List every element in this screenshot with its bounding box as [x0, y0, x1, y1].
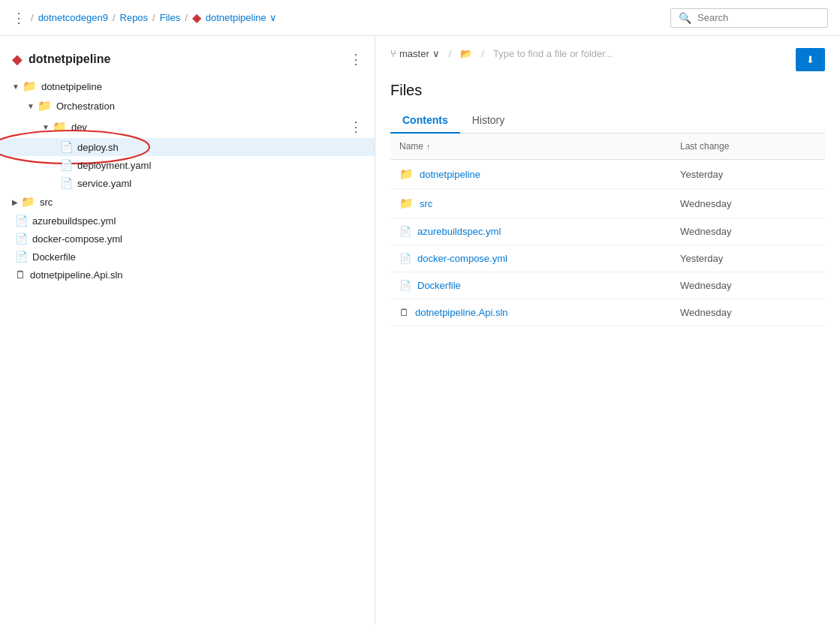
file-table: Name ↑ Last change 📁 dotnetpipeline	[390, 134, 825, 326]
sidebar-repo-info: ◆ dotnetpipeline	[12, 51, 110, 68]
last-change: Yesterday	[671, 245, 825, 272]
file-icon: 📄	[15, 251, 28, 263]
folder-icon: 📁	[399, 197, 414, 210]
sidebar-item-label: dev	[71, 122, 87, 133]
tab-contents[interactable]: Contents	[390, 108, 460, 134]
sidebar-item-api-sln[interactable]: 🗒 dotnetpipeline.Api.sln	[0, 266, 375, 284]
search-box[interactable]: 🔍	[670, 8, 828, 28]
last-change: Yesterday	[671, 160, 825, 189]
sidebar-item-azurebuildspec[interactable]: 📄 azurebuildspec.yml	[0, 212, 375, 230]
search-input[interactable]	[697, 12, 820, 23]
main-layout: ◆ dotnetpipeline ⋮ ▼ 📁 dotnetpipeline ▼ …	[0, 36, 840, 625]
branch-bar: ⑂ master ∨ / 📂 / Type to find a file or …	[390, 48, 613, 59]
files-heading: Files	[390, 82, 825, 99]
folder-icon: 📁	[38, 99, 52, 113]
file-icon: 📄	[15, 233, 28, 245]
file-icon: 📄	[60, 177, 73, 189]
sep4: /	[185, 12, 188, 23]
tabs: Contents History	[390, 108, 825, 134]
table-row[interactable]: 📄 Dockerfile Wednesday	[390, 272, 825, 299]
file-icon: 📄	[399, 280, 411, 291]
path-input-placeholder[interactable]: Type to find a file or folder...	[493, 48, 613, 59]
file-name: dotnetpipeline	[420, 169, 480, 180]
file-name: src	[420, 198, 432, 209]
dev-more-button[interactable]: ⋮	[349, 119, 363, 135]
branch-name: master	[399, 48, 429, 59]
breadcrumb: ⋮ / dotnetcodegen9 / Repos / Files / ◆ d…	[12, 10, 277, 26]
branch-icon: ⑂	[390, 48, 396, 59]
folder-icon: 📁	[399, 167, 414, 181]
sidebar-item-label: Orchestration	[56, 101, 115, 112]
search-icon: 🔍	[679, 12, 691, 24]
chevron-down-icon[interactable]: ▼	[27, 102, 35, 110]
sep3: /	[152, 12, 155, 23]
breadcrumb-dropdown-arrow: ∨	[269, 12, 277, 23]
file-icon: 📄	[60, 141, 73, 153]
clone-icon: ⬇	[806, 54, 814, 65]
branch-dropdown-arrow: ∨	[432, 48, 440, 59]
sidebar-item-orchestration[interactable]: ▼ 📁 Orchestration	[0, 96, 375, 116]
file-name: Dockerfile	[417, 280, 461, 291]
last-change: Wednesday	[671, 218, 825, 245]
file-name: dotnetpipeline.Api.sln	[415, 307, 508, 318]
repo-diamond-icon: ◆	[192, 11, 201, 25]
sidebar-item-label: dotnetpipeline	[41, 81, 102, 92]
repo-breadcrumb-dropdown[interactable]: dotnetpipeline ∨	[206, 12, 277, 23]
sidebar: ◆ dotnetpipeline ⋮ ▼ 📁 dotnetpipeline ▼ …	[0, 36, 375, 625]
repo-name-breadcrumb: dotnetpipeline	[206, 12, 266, 23]
folder-icon: 📁	[21, 195, 35, 209]
breadcrumb-repos[interactable]: Repos	[120, 12, 149, 23]
breadcrumb-codegen[interactable]: dotnetcodegen9	[38, 12, 108, 23]
folder-button[interactable]: 📂	[460, 48, 472, 59]
sidebar-item-label: service.yaml	[77, 178, 131, 189]
sidebar-item-label: azurebuildspec.yml	[32, 215, 116, 227]
table-row[interactable]: 📄 azurebuildspec.yml Wednesday	[390, 218, 825, 245]
col-name-header[interactable]: Name ↑	[390, 134, 671, 160]
sidebar-item-deployment-yaml[interactable]: 📄 deployment.yaml	[0, 156, 375, 174]
path-sep2: /	[481, 48, 484, 59]
clone-button[interactable]: ⬇	[796, 48, 825, 71]
topbar-dots[interactable]: ⋮	[12, 10, 26, 26]
sln-icon: 🗒	[399, 307, 409, 318]
file-name: docker-compose.yml	[417, 253, 507, 264]
chevron-down-icon[interactable]: ▼	[42, 123, 50, 131]
sidebar-item-src[interactable]: ▶ 📁 src	[0, 192, 375, 212]
folder-icon: 📁	[23, 80, 37, 93]
sidebar-item-docker-compose[interactable]: 📄 docker-compose.yml	[0, 230, 375, 248]
topbar: ⋮ / dotnetcodegen9 / Repos / Files / ◆ d…	[0, 0, 840, 36]
sort-arrow-icon: ↑	[426, 142, 431, 151]
sidebar-item-dotnetpipeline[interactable]: ▼ 📁 dotnetpipeline	[0, 77, 375, 96]
file-icon: 📄	[399, 253, 411, 264]
sidebar-item-deploy-sh[interactable]: 📄 deploy.sh	[0, 138, 375, 156]
sep1: /	[31, 12, 34, 23]
sidebar-item-label: deployment.yaml	[77, 160, 151, 171]
sidebar-item-label: docker-compose.yml	[32, 233, 122, 245]
branch-dropdown-button[interactable]: ⑂ master ∨	[390, 48, 440, 59]
sidebar-repo-name: dotnetpipeline	[29, 53, 110, 66]
file-name: azurebuildspec.yml	[417, 226, 501, 237]
folder-icon: 📁	[53, 120, 67, 134]
sidebar-item-label: Dockerfile	[32, 251, 76, 263]
table-row[interactable]: 📁 src Wednesday	[390, 189, 825, 218]
breadcrumb-files[interactable]: Files	[160, 12, 180, 23]
chevron-down-icon[interactable]: ▼	[12, 83, 20, 91]
sidebar-header: ◆ dotnetpipeline ⋮	[0, 45, 375, 77]
last-change: Wednesday	[671, 299, 825, 326]
table-row[interactable]: 📁 dotnetpipeline Yesterday	[390, 160, 825, 189]
sidebar-item-dev[interactable]: ▼ 📁 dev ⋮	[0, 116, 375, 138]
last-change: Wednesday	[671, 189, 825, 218]
sidebar-more-button[interactable]: ⋮	[349, 51, 363, 68]
sidebar-repo-diamond-icon: ◆	[12, 51, 23, 68]
sidebar-item-service-yaml[interactable]: 📄 service.yaml	[0, 174, 375, 192]
sep2: /	[113, 12, 116, 23]
sidebar-item-dockerfile[interactable]: 📄 Dockerfile	[0, 248, 375, 266]
sidebar-item-label: dotnetpipeline.Api.sln	[30, 269, 123, 281]
table-row[interactable]: 🗒 dotnetpipeline.Api.sln Wednesday	[390, 299, 825, 326]
col-lastchange-header[interactable]: Last change	[671, 134, 825, 160]
branch-path-sep: /	[449, 48, 452, 59]
chevron-right-icon[interactable]: ▶	[12, 198, 18, 206]
sidebar-item-label: deploy.sh	[77, 142, 119, 153]
file-icon: 📄	[399, 226, 411, 237]
table-row[interactable]: 📄 docker-compose.yml Yesterday	[390, 245, 825, 272]
tab-history[interactable]: History	[460, 108, 517, 134]
